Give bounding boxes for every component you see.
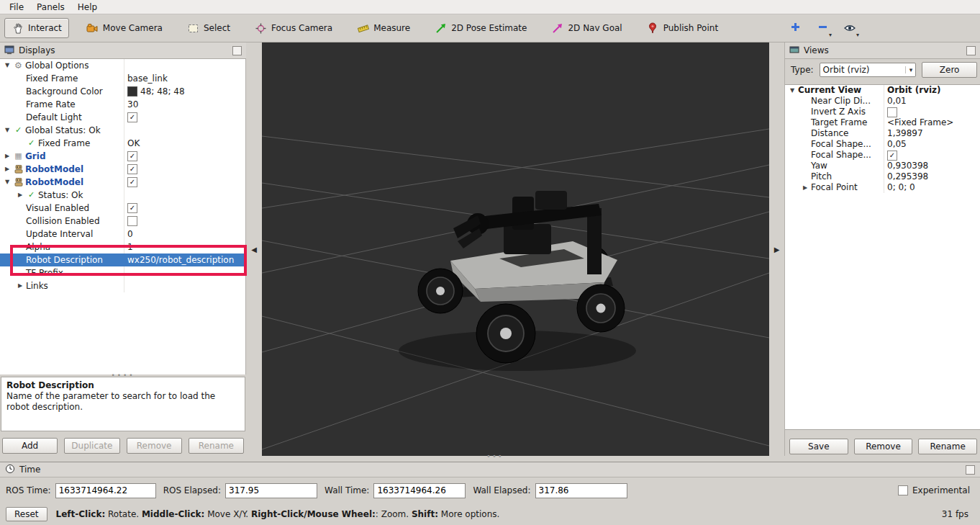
panel-float-button[interactable] [232, 46, 242, 55]
property-value[interactable]: 1 [124, 241, 245, 253]
rename-button[interactable]: Rename [189, 438, 244, 454]
tree-row[interactable]: Fixed Framebase_link [0, 72, 245, 85]
checkbox[interactable] [127, 216, 137, 226]
ros-time-input[interactable] [55, 483, 156, 498]
menu-help[interactable]: Help [71, 1, 104, 13]
property-value[interactable]: ✓ [124, 111, 245, 124]
expander-icon[interactable]: ▶ [800, 182, 810, 193]
tree-row[interactable]: ▶✓Status: Ok [0, 189, 245, 202]
checkbox[interactable]: ✓ [887, 151, 897, 161]
expander-icon[interactable]: ▼ [2, 176, 12, 189]
panel-float-button[interactable] [966, 465, 975, 475]
visibility-button[interactable]: ▾ [840, 19, 859, 37]
zero-button[interactable]: Zero [922, 62, 977, 78]
tree-row[interactable]: Update Interval0 [0, 228, 245, 241]
property-value[interactable]: wx250/robot_description [124, 253, 245, 266]
property-value[interactable] [124, 279, 245, 292]
rename-button[interactable]: Rename [918, 439, 977, 454]
property-value[interactable]: 1,39897 [884, 128, 980, 139]
expander-icon[interactable]: ▶ [15, 189, 25, 202]
right-panel-splitter[interactable]: ▶ [769, 42, 784, 456]
tree-row[interactable]: Collision Enabled [0, 215, 245, 228]
expander-icon[interactable]: ▶ [15, 279, 25, 292]
tree-row[interactable]: ▼Current ViewOrbit (rviz) [785, 85, 980, 96]
add-tool-button[interactable] [786, 19, 804, 37]
expander-icon[interactable]: ▼ [2, 59, 12, 72]
property-value[interactable]: <Fixed Frame> [884, 117, 980, 128]
property-value[interactable]: ✓ [884, 150, 980, 161]
property-value[interactable]: 0,295398 [884, 171, 980, 182]
checkbox[interactable] [887, 107, 897, 117]
property-value[interactable]: 0 [124, 228, 245, 241]
wall-elapsed-input[interactable] [535, 483, 627, 498]
property-value[interactable]: 0; 0; 0 [884, 182, 980, 193]
ros-elapsed-input[interactable] [225, 483, 317, 498]
wall-time-input[interactable] [373, 483, 466, 498]
remove-button[interactable]: Remove [854, 439, 913, 454]
menu-panels[interactable]: Panels [30, 1, 71, 13]
tool-2d-pose-estimate[interactable]: 2D Pose Estimate [427, 18, 534, 38]
menu-file[interactable]: File [3, 1, 30, 13]
property-value[interactable]: ✓ [124, 202, 245, 215]
tree-row[interactable]: Yaw0,930398 [785, 161, 980, 171]
property-value[interactable]: ✓ [124, 150, 245, 163]
collapse-right-arrow-icon[interactable]: ▶ [774, 246, 780, 253]
tree-row[interactable]: Near Clip Di...0,01 [785, 96, 980, 107]
left-panel-splitter[interactable]: ◀ [246, 42, 262, 456]
property-value[interactable]: Orbit (rviz) [884, 85, 980, 96]
checkbox[interactable]: ✓ [127, 151, 137, 161]
property-value[interactable]: base_link [124, 72, 245, 85]
expander-icon[interactable]: ▶ [2, 163, 12, 176]
remove-button[interactable]: Remove [127, 438, 182, 454]
remove-tool-button[interactable]: ▾ [813, 19, 832, 37]
tool-2d-nav-goal[interactable]: 2D Nav Goal [544, 18, 629, 38]
tool-publish-point[interactable]: Publish Point [640, 18, 725, 38]
tree-row[interactable]: ▼✓Global Status: Ok [0, 124, 245, 137]
property-value[interactable] [884, 107, 980, 117]
expander-icon[interactable]: ▶ [2, 150, 12, 163]
duplicate-button[interactable]: Duplicate [64, 438, 119, 454]
tree-row[interactable]: Robot Descriptionwx250/robot_description [0, 253, 245, 266]
panel-float-button[interactable] [966, 46, 976, 55]
expander-icon[interactable]: ▼ [787, 85, 797, 96]
property-value[interactable]: 0,01 [884, 96, 980, 107]
3d-scene[interactable] [262, 42, 769, 456]
tree-row[interactable]: ▼⚙Global Options [0, 59, 245, 72]
add-button[interactable]: Add [2, 438, 58, 454]
collapse-left-arrow-icon[interactable]: ◀ [251, 246, 257, 253]
tree-row[interactable]: ▶▦Grid✓ [0, 150, 245, 163]
property-value[interactable] [124, 266, 245, 279]
tool-select[interactable]: Select [180, 18, 237, 38]
tree-row[interactable]: Focal Shape...✓ [785, 150, 980, 161]
tree-row[interactable]: ▶Focal Point0; 0; 0 [785, 182, 980, 193]
property-value[interactable]: ✓ [124, 176, 245, 189]
tree-row[interactable]: Pitch0,295398 [785, 171, 980, 182]
tree-row[interactable]: ▶Links [0, 279, 245, 292]
checkbox[interactable]: ✓ [127, 164, 137, 174]
tool-focus-camera[interactable]: Focus Camera [248, 18, 340, 38]
checkbox[interactable]: ✓ [127, 203, 137, 213]
property-value[interactable]: 0,930398 [884, 161, 980, 171]
property-value[interactable] [124, 215, 245, 228]
checkbox[interactable]: ✓ [127, 112, 137, 122]
property-value[interactable] [124, 124, 245, 137]
tree-row[interactable]: ▼RobotModel✓ [0, 176, 245, 189]
tree-row[interactable]: Invert Z Axis [785, 107, 980, 117]
experimental-checkbox[interactable] [898, 485, 908, 495]
tree-row[interactable]: Target Frame<Fixed Frame> [785, 117, 980, 128]
tree-row[interactable]: TF Prefix [0, 266, 245, 279]
tree-row[interactable]: ▶RobotModel✓ [0, 163, 245, 176]
tool-interact[interactable]: Interact [4, 18, 69, 38]
checkbox[interactable]: ✓ [127, 177, 137, 187]
property-value[interactable] [124, 189, 245, 202]
property-value[interactable]: 0,05 [884, 139, 980, 150]
tool-move-camera[interactable]: Move Camera [79, 18, 170, 38]
reset-button[interactable]: Reset [6, 507, 47, 521]
tree-row[interactable]: Frame Rate30 [0, 98, 245, 111]
property-value[interactable]: OK [124, 137, 245, 150]
tree-row[interactable]: Default Light✓ [0, 111, 245, 124]
tree-row[interactable]: Focal Shape...0,05 [785, 139, 980, 150]
save-button[interactable]: Save [789, 439, 848, 454]
tree-row[interactable]: Alpha1 [0, 241, 245, 253]
property-value[interactable]: 30 [124, 98, 245, 111]
